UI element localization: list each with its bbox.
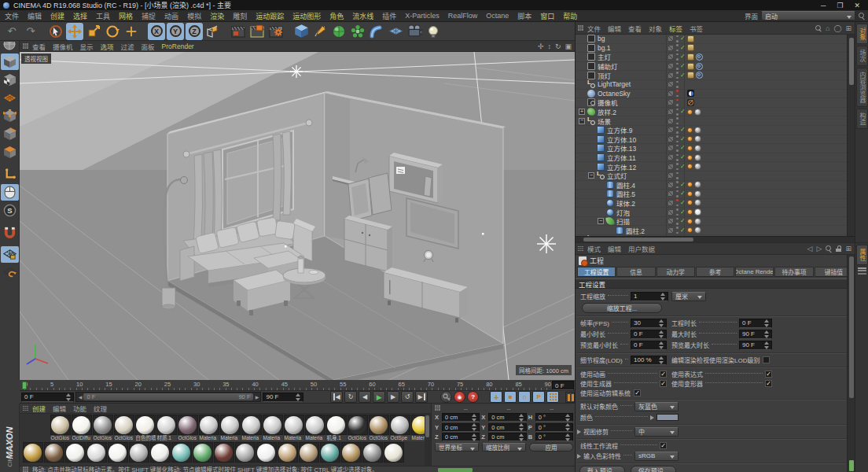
autokey-button[interactable]: ◉ [454, 391, 465, 403]
camera-button[interactable] [406, 23, 423, 40]
material-item[interactable] [256, 442, 277, 466]
layers-icon[interactable] [858, 267, 866, 275]
render-to-picture-viewer-button[interactable] [248, 23, 266, 40]
object-row[interactable]: 放样.2 ✓ [576, 108, 855, 117]
polygons-mode-button[interactable] [1, 144, 19, 160]
home-icon[interactable]: ⌂ [826, 24, 829, 32]
view-clipping-select[interactable]: 中 [634, 427, 679, 437]
visibility-dots-icon[interactable] [675, 72, 679, 79]
side-tab[interactable]: 构造 [856, 109, 868, 129]
key-parameter-toggle[interactable]: P [532, 391, 545, 403]
axis-x-toggle[interactable]: X [148, 23, 165, 40]
light-marker-icon[interactable] [290, 65, 303, 78]
panel-grip-icon[interactable] [578, 246, 583, 252]
edit-toggle-icon[interactable] [668, 127, 674, 133]
object-manager-menu-item[interactable]: 对象 [649, 24, 662, 33]
object-tag-icon[interactable] [694, 145, 701, 152]
object-label[interactable]: 球体.2 [616, 198, 666, 208]
close-button[interactable]: ✕ [854, 2, 860, 9]
menu-item[interactable]: 动画 [164, 11, 178, 21]
range-right-arrow-icon[interactable]: ▶ [253, 393, 260, 401]
object-label[interactable]: 立方体.10 [607, 135, 666, 144]
cube-primitive-button[interactable] [292, 23, 310, 40]
attribute-vscrollbar[interactable] [847, 255, 855, 472]
object-tag-icon[interactable] [694, 208, 701, 216]
menu-item[interactable]: 流水线 [352, 11, 373, 21]
size-y-field[interactable]: 0 cm [488, 423, 526, 432]
play-button[interactable]: ▶ [373, 391, 385, 403]
object-toggles[interactable] [666, 90, 685, 98]
edit-toggle-icon[interactable] [668, 200, 674, 206]
side-tab[interactable]: 场次 [856, 46, 868, 66]
subdivision-surface-button[interactable] [330, 23, 348, 40]
visibility-dots-icon[interactable] [675, 63, 679, 70]
attribute-tab[interactable]: 信息 [616, 267, 655, 277]
object-tag-icon[interactable] [687, 155, 693, 160]
object-toggles[interactable] [666, 171, 685, 180]
axis-y-toggle[interactable]: Y [167, 23, 184, 40]
preview-max-field[interactable]: 90 F [739, 341, 772, 350]
viewport-menu-item[interactable]: 选项 [101, 42, 114, 51]
material-item[interactable]: OctGlos [177, 415, 198, 441]
material-item[interactable]: 材质.1 [156, 415, 177, 441]
material-item[interactable] [319, 442, 340, 466]
use-animation-checkbox[interactable]: ✓ [660, 371, 667, 378]
history-forward-icon[interactable]: ▷ [817, 245, 822, 253]
viewport-menu-item[interactable]: 查看 [32, 42, 46, 51]
object-label[interactable]: 圆柱.2 [626, 226, 666, 235]
object-toggles[interactable]: ✓ [666, 71, 685, 79]
model-mode-button[interactable] [1, 53, 19, 70]
goto-end-button[interactable]: ▶ [415, 391, 428, 403]
object-handle[interactable] [285, 245, 287, 248]
edit-toggle-icon[interactable] [668, 35, 674, 42]
fps-field[interactable]: 30 [631, 319, 667, 328]
object-label[interactable]: 主灯 [598, 52, 666, 61]
workplane-lock-button[interactable] [1, 246, 19, 263]
object-row[interactable]: 立方体.13 ✓ [576, 144, 855, 153]
points-mode-button[interactable] [1, 108, 19, 124]
edit-toggle-icon[interactable] [668, 227, 674, 234]
object-label[interactable]: 立方体.9 [607, 125, 666, 135]
material-menu-item[interactable]: 创建 [32, 404, 46, 413]
use-generators-checkbox[interactable]: ✓ [660, 380, 667, 387]
edit-toggle-icon[interactable] [668, 81, 674, 87]
object-tags[interactable] [685, 181, 855, 190]
size-mode-select[interactable]: 缩放比例 [482, 443, 526, 452]
object-tags[interactable] [685, 71, 855, 79]
object-row[interactable]: LightTarget [576, 80, 855, 90]
use-expressions-checkbox[interactable]: ✓ [765, 371, 772, 378]
edit-toggle-icon[interactable] [668, 154, 674, 160]
object-tag-icon[interactable] [687, 200, 693, 205]
object-tags[interactable] [685, 217, 855, 226]
object-row[interactable]: 主灯 ✓ [576, 53, 855, 62]
object-label[interactable]: 扫描 [616, 216, 666, 226]
expander-icon[interactable] [598, 218, 604, 224]
attribute-tab[interactable]: 参考 [696, 267, 734, 277]
loop-mode-button[interactable]: ↺ [401, 391, 414, 403]
object-tag-icon[interactable] [687, 109, 693, 115]
render-view-button[interactable] [230, 23, 247, 40]
object-row[interactable]: 立方体.12 ✓ [576, 162, 855, 171]
object-toggles[interactable] [666, 98, 685, 107]
object-label[interactable]: 圆柱.5 [616, 189, 666, 198]
edit-toggle-icon[interactable] [668, 172, 674, 179]
material-item[interactable]: Materia [262, 415, 283, 441]
stepper-icon[interactable] [65, 393, 71, 401]
minimize-button[interactable]: ─ [821, 2, 826, 9]
material-item[interactable] [107, 442, 128, 466]
edit-toggle-icon[interactable] [668, 53, 674, 60]
material-item[interactable] [43, 442, 64, 466]
viewport-menu-item[interactable]: 显示 [80, 42, 94, 51]
rot-b-field[interactable]: 0 ° [535, 433, 573, 441]
object-tag-icon[interactable] [687, 35, 694, 42]
material-item[interactable]: OctGlos [368, 415, 389, 441]
environment-floor-button[interactable] [387, 23, 404, 40]
coordinate-space-select[interactable]: 世界坐标 [435, 443, 479, 452]
object-toggles[interactable] [666, 80, 685, 89]
play-backwards-loop-button[interactable]: ↻ [344, 391, 357, 403]
viewport-menu-item[interactable]: ProRender [162, 42, 194, 50]
apply-button[interactable]: 应用 [529, 443, 573, 452]
object-tags[interactable] [685, 90, 855, 98]
visibility-dots-icon[interactable] [675, 127, 679, 134]
load-preset-button[interactable]: 载入预设... [579, 466, 625, 472]
